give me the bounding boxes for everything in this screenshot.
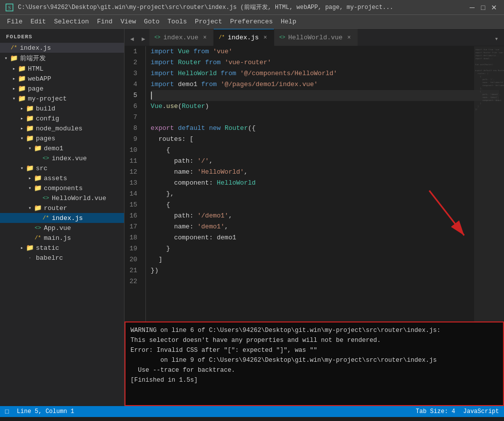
folder-icon: 📁 — [18, 85, 26, 93]
output-line-4: on line 9 of C:\Users\94262\Desktop\git.… — [130, 355, 498, 365]
line-num-13: 13 — [129, 178, 137, 189]
menu-item-goto[interactable]: Goto — [140, 17, 163, 26]
code-line-18: component: demo1 — [151, 232, 499, 243]
sidebar-folder-router[interactable]: ▾ 📁 router — [0, 203, 124, 213]
vue-icon: <> — [42, 154, 50, 162]
tab-more-button[interactable]: ▾ — [491, 32, 502, 46]
sidebar-file-appvue[interactable]: <> App.vue — [0, 223, 124, 233]
sidebar-folder-assets[interactable]: ▸ 📁 assets — [0, 173, 124, 183]
tab-close-helloworldvue[interactable]: × — [346, 34, 353, 41]
line-num-1: 1 — [129, 46, 137, 57]
sidebar-folder-page[interactable]: ▸ 📁 page — [0, 84, 124, 94]
svg-text:S: S — [8, 5, 11, 10]
minimap: import Vue from 'vue'import Router from … — [474, 46, 504, 321]
sidebar-item-label: index.vue — [52, 155, 87, 162]
code-editor[interactable]: 1 2 3 4 5 6 7 8 9 10 11 12 13 14 — [125, 46, 504, 321]
sidebar-item-label: pages — [36, 135, 55, 142]
sidebar-folder-qianduan[interactable]: ▾ 📁 前端开发 — [0, 53, 124, 64]
menu-item-find[interactable]: Find — [93, 17, 117, 26]
line-num-4: 4 — [129, 79, 137, 90]
folder-open-icon: 📁 — [26, 164, 34, 172]
line-numbers: 1 2 3 4 5 6 7 8 9 10 11 12 13 14 — [125, 46, 146, 321]
vue-file-icon: <> — [154, 35, 160, 40]
folder-icon: 📁 — [26, 114, 34, 122]
main-container: FOLDERS /* index.js ▾ 📁 前端开发 ▸ 📁 HTML — [0, 29, 504, 406]
arrow-right-icon: ▸ — [10, 75, 18, 83]
sidebar-item-label: demo1 — [44, 145, 63, 152]
arrow-right-icon: ▸ — [18, 105, 26, 112]
code-line-2: import Router from 'vue-router' — [151, 57, 499, 68]
tab-indexvue[interactable]: <> index.vue × — [149, 29, 213, 46]
folder-icon: 📁 — [26, 105, 34, 112]
code-line-11: path: '/', — [151, 156, 499, 167]
line-num-21: 21 — [129, 265, 137, 276]
output-line-6: [Finished in 1.5s] — [130, 375, 498, 385]
menu-item-view[interactable]: View — [117, 17, 140, 26]
sidebar-item-label: page — [28, 85, 43, 93]
output-line-3: Error: Invalid CSS after "[": expected "… — [130, 345, 498, 355]
arrow-right-icon: ▸ — [18, 114, 26, 122]
folder-icon: 📁 — [34, 174, 42, 182]
sidebar-file-mainjs[interactable]: /* main.js — [0, 233, 124, 243]
sidebar-folder-nodemodules[interactable]: ▸ 📁 node_modules — [0, 123, 124, 133]
sidebar-item-label: index.js — [20, 44, 51, 52]
menu-bar: FileEditSelectionFindViewGotoToolsProjec… — [0, 15, 504, 29]
editor-area: FOLDERS /* index.js ▾ 📁 前端开发 ▸ 📁 HTML — [0, 29, 504, 406]
sidebar-file-indexjs-top[interactable]: /* index.js — [0, 43, 124, 53]
code-line-10: { — [151, 145, 499, 156]
arrow-right-icon: ▸ — [26, 174, 34, 182]
sidebar-folder-pages[interactable]: ▾ 📁 pages — [0, 133, 124, 143]
tab-nav-left[interactable]: ◀ — [126, 32, 137, 46]
code-line-7 — [151, 112, 499, 123]
sidebar-file-helloworldvue[interactable]: <> HelloWorld.vue — [0, 193, 124, 203]
sidebar-folder-src[interactable]: ▾ 📁 src — [0, 163, 124, 173]
folder-open-icon: 📁 — [34, 184, 42, 192]
sidebar-folder-html[interactable]: ▸ 📁 HTML — [0, 64, 124, 74]
tab-label: index.vue — [163, 34, 198, 41]
sidebar-item-label: HTML — [28, 65, 43, 73]
output-line-2: This selector doesn't have any propertie… — [130, 335, 498, 345]
menu-item-project[interactable]: Project — [191, 17, 226, 26]
sidebar-folder-static[interactable]: ▸ 📁 static — [0, 243, 124, 253]
tab-indexjs[interactable]: /* index.js × — [214, 29, 273, 46]
sidebar-file-indexjs-active[interactable]: /* index.js — [0, 213, 124, 223]
sidebar-folder-config[interactable]: ▸ 📁 config — [0, 113, 124, 123]
code-line-22 — [151, 276, 499, 287]
menu-item-tools[interactable]: Tools — [163, 17, 191, 26]
sidebar-item-label: webAPP — [28, 75, 51, 83]
arrow-right-icon: ▸ — [18, 244, 26, 252]
minimize-button[interactable]: ─ — [467, 2, 477, 12]
code-line-20: ] — [151, 254, 499, 265]
status-bar: □ Line 5, Column 1 Tab Size: 4 JavaScrip… — [0, 406, 504, 417]
title-bar: S C:\Users\94262\Desktop\git.win\my-proj… — [0, 0, 504, 15]
tab-close-indexjs[interactable]: × — [262, 34, 269, 41]
code-line-12: name: 'HelloWorld', — [151, 167, 499, 178]
sidebar-folder-myproject[interactable]: ▾ 📁 my-project — [0, 94, 124, 104]
sidebar-folder-components[interactable]: ▾ 📁 components — [0, 183, 124, 193]
arrow-down-icon: ▾ — [26, 144, 34, 152]
folder-icon: 📁 — [18, 65, 26, 73]
sidebar-folder-build[interactable]: ▸ 📁 build — [0, 104, 124, 113]
sidebar-folder-demo1[interactable]: ▾ 📁 demo1 — [0, 143, 124, 153]
sidebar-folder-webapp[interactable]: ▸ 📁 webAPP — [0, 74, 124, 84]
arrow-down-icon: ▾ — [10, 95, 18, 103]
sidebar-file-indexvue[interactable]: <> index.vue — [0, 153, 124, 163]
menu-item-preferences[interactable]: Preferences — [226, 17, 277, 26]
menu-item-edit[interactable]: Edit — [26, 17, 50, 26]
menu-item-selection[interactable]: Selection — [50, 17, 93, 26]
vue-icon: <> — [34, 224, 42, 232]
sidebar-file-babelrc[interactable]: · babelrc — [0, 253, 124, 263]
line-num-17: 17 — [129, 221, 137, 232]
code-line-16: path: '/demo1', — [151, 210, 499, 221]
tab-nav-right[interactable]: ▶ — [138, 32, 149, 46]
file-spacer — [34, 214, 42, 222]
sidebar-item-label: node_modules — [36, 125, 83, 132]
menu-item-file[interactable]: File — [3, 17, 26, 26]
menu-item-help[interactable]: Help — [277, 17, 300, 26]
maximize-button[interactable]: □ — [478, 2, 488, 12]
tab-close-indexvue[interactable]: × — [201, 34, 208, 41]
close-button[interactable]: ✕ — [489, 2, 499, 12]
tab-bar: ◀ ▶ <> index.vue × /* index.js × <> Hell — [125, 29, 504, 46]
code-line-1: import Vue from 'vue' — [151, 46, 499, 57]
tab-helloworldvue[interactable]: <> HelloWorld.vue × — [274, 29, 358, 46]
